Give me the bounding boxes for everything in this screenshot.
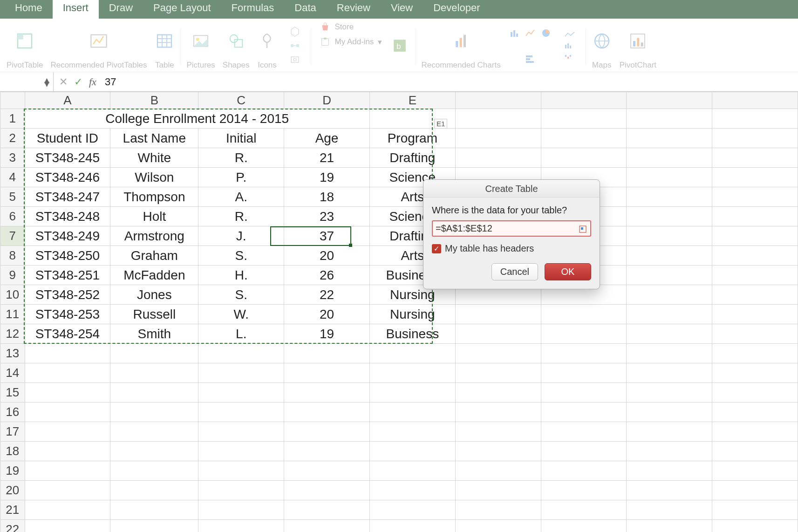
range-picker-icon[interactable] bbox=[579, 225, 587, 233]
cell[interactable]: ST348-251 bbox=[25, 266, 110, 285]
cell[interactable] bbox=[541, 520, 627, 532]
cell[interactable] bbox=[110, 344, 198, 363]
cell[interactable]: S. bbox=[198, 285, 284, 305]
cell[interactable] bbox=[110, 442, 198, 461]
cell[interactable] bbox=[712, 500, 798, 520]
cell[interactable] bbox=[712, 285, 798, 305]
cell[interactable] bbox=[541, 305, 627, 324]
cell[interactable]: Holt bbox=[110, 207, 198, 226]
cell[interactable] bbox=[455, 520, 541, 532]
cell[interactable] bbox=[25, 363, 110, 383]
cell[interactable]: P. bbox=[198, 168, 284, 187]
col-header[interactable] bbox=[712, 92, 798, 109]
cell[interactable] bbox=[110, 461, 198, 481]
cell[interactable] bbox=[712, 187, 798, 207]
line-chart-icon[interactable] bbox=[524, 27, 537, 40]
cancel-button[interactable]: Cancel bbox=[491, 263, 538, 280]
cell[interactable] bbox=[198, 481, 284, 500]
row-header[interactable]: 16 bbox=[0, 402, 25, 422]
cell[interactable] bbox=[369, 383, 455, 402]
ribbon-maps[interactable]: Maps bbox=[588, 21, 616, 72]
cell[interactable] bbox=[541, 422, 627, 442]
row-header[interactable]: 21 bbox=[0, 500, 25, 520]
tab-formulas[interactable]: Formulas bbox=[221, 0, 285, 19]
name-box-spinner-icon[interactable]: ▴▾ bbox=[44, 78, 49, 86]
ribbon-icons[interactable]: Icons bbox=[253, 21, 281, 72]
cell[interactable]: Thompson bbox=[110, 187, 198, 207]
row-header[interactable]: 14 bbox=[0, 363, 25, 383]
cell[interactable]: ST348-253 bbox=[25, 305, 110, 324]
cell[interactable] bbox=[284, 402, 370, 422]
cell[interactable] bbox=[712, 344, 798, 363]
cell[interactable]: 21 bbox=[284, 148, 370, 168]
col-header-C[interactable]: C bbox=[198, 92, 284, 109]
row-header[interactable]: 20 bbox=[0, 481, 25, 500]
cell[interactable]: Armstrong bbox=[110, 226, 198, 246]
cell[interactable] bbox=[198, 500, 284, 520]
ribbon-sparklines[interactable] bbox=[556, 21, 584, 72]
header-cell[interactable]: Student ID bbox=[25, 129, 110, 148]
cell[interactable] bbox=[712, 383, 798, 402]
cell[interactable] bbox=[541, 344, 627, 363]
cell[interactable] bbox=[712, 520, 798, 532]
headers-checkbox[interactable]: ✓ bbox=[432, 244, 441, 253]
cell[interactable] bbox=[198, 442, 284, 461]
cell[interactable] bbox=[455, 383, 541, 402]
cell[interactable] bbox=[627, 187, 712, 207]
cell[interactable] bbox=[627, 500, 712, 520]
header-cell[interactable]: Age bbox=[284, 129, 370, 148]
cell[interactable]: Drafting bbox=[369, 148, 455, 168]
cell[interactable] bbox=[541, 383, 627, 402]
col-header[interactable] bbox=[541, 92, 627, 109]
cell[interactable] bbox=[627, 246, 712, 266]
cell[interactable] bbox=[369, 422, 455, 442]
ribbon-recommended-pivottables[interactable]: Recommended PivotTables bbox=[47, 21, 150, 72]
cell[interactable]: S. bbox=[198, 246, 284, 266]
cell[interactable] bbox=[627, 266, 712, 285]
cell[interactable] bbox=[198, 422, 284, 442]
name-box[interactable]: ▴▾ bbox=[0, 72, 54, 91]
cell[interactable] bbox=[627, 363, 712, 383]
row-header[interactable]: 10 bbox=[0, 285, 25, 305]
cancel-formula-icon[interactable]: ✕ bbox=[59, 76, 68, 88]
cell[interactable] bbox=[25, 481, 110, 500]
tab-view[interactable]: View bbox=[381, 0, 423, 19]
cell[interactable] bbox=[455, 148, 541, 168]
cell[interactable] bbox=[712, 305, 798, 324]
cell[interactable] bbox=[369, 500, 455, 520]
cell[interactable] bbox=[541, 363, 627, 383]
row-header[interactable]: 19 bbox=[0, 461, 25, 481]
col-header-B[interactable]: B bbox=[110, 92, 198, 109]
cell[interactable] bbox=[627, 226, 712, 246]
row-header[interactable]: 18 bbox=[0, 442, 25, 461]
sparkline-column-icon[interactable] bbox=[564, 41, 576, 50]
cell[interactable] bbox=[627, 148, 712, 168]
tab-insert[interactable]: Insert bbox=[53, 0, 99, 19]
cell[interactable]: Smith bbox=[110, 324, 198, 344]
row-header[interactable]: 2 bbox=[0, 129, 25, 148]
col-header-E[interactable]: E bbox=[369, 92, 455, 109]
cell[interactable]: H. bbox=[198, 266, 284, 285]
cell[interactable] bbox=[455, 481, 541, 500]
cell[interactable]: W. bbox=[198, 305, 284, 324]
cell[interactable] bbox=[712, 363, 798, 383]
row-header[interactable]: 1 bbox=[0, 109, 25, 129]
cell[interactable] bbox=[284, 363, 370, 383]
cell[interactable] bbox=[284, 344, 370, 363]
cell[interactable] bbox=[25, 500, 110, 520]
cell[interactable] bbox=[284, 442, 370, 461]
cell[interactable] bbox=[110, 363, 198, 383]
row-header[interactable]: 5 bbox=[0, 187, 25, 207]
cell[interactable]: R. bbox=[198, 207, 284, 226]
tab-review[interactable]: Review bbox=[327, 0, 381, 19]
cell[interactable] bbox=[455, 344, 541, 363]
col-header-D[interactable]: D bbox=[284, 92, 370, 109]
cell[interactable]: ST348-250 bbox=[25, 246, 110, 266]
cell[interactable] bbox=[712, 461, 798, 481]
cell[interactable] bbox=[712, 442, 798, 461]
cell[interactable]: White bbox=[110, 148, 198, 168]
fx-icon[interactable]: fx bbox=[89, 76, 96, 88]
cell[interactable]: Wilson bbox=[110, 168, 198, 187]
row-header[interactable]: 11 bbox=[0, 305, 25, 324]
ribbon-extras[interactable] bbox=[281, 21, 309, 72]
